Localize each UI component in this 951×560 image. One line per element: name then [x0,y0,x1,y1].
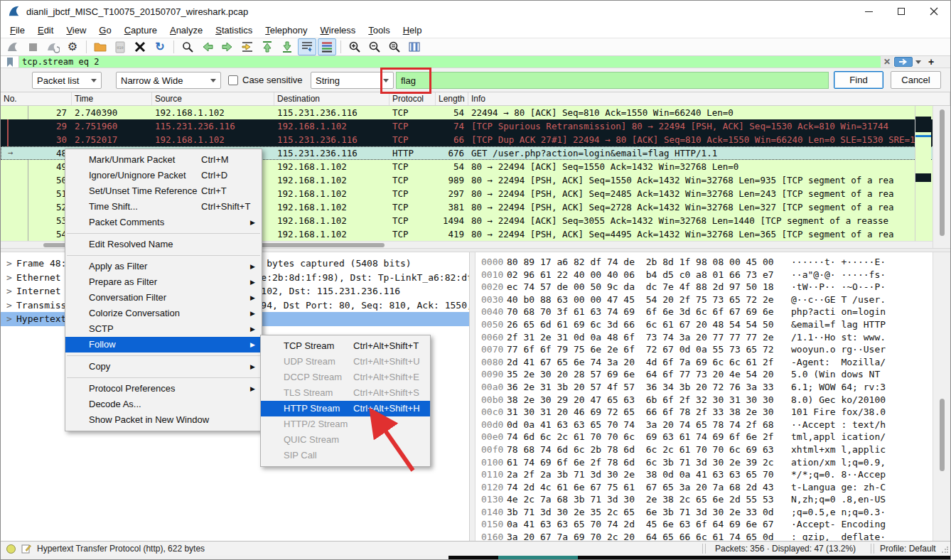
status-profile-text[interactable]: Profile: Default [880,544,936,554]
menu-item-follow[interactable]: Follow▶ [65,337,262,352]
go-last-icon[interactable] [278,38,296,55]
filter-bookmark-icon[interactable] [1,56,19,68]
menubar-item-file[interactable]: File [4,23,31,37]
column-header-no[interactable]: No. [1,92,72,105]
hex-row[interactable]: 01102a 2f 2a 3b 71 3d 30 2e 38 0d 0a 41 … [476,468,950,481]
hex-row[interactable]: 007077 6f 6f 79 75 6e 2e 6f 72 67 0d 0a … [476,343,950,356]
find-query-input[interactable]: flag [396,72,829,89]
hex-row[interactable]: 012074 2d 4c 61 6e 67 75 61 67 65 3a 20 … [476,481,950,494]
menubar-item-go[interactable]: Go [92,23,117,37]
menu-item-set-unset-time-reference[interactable]: Set/Unset Time ReferenceCtrl+T [65,183,262,199]
zoom-reset-icon[interactable] [385,38,404,55]
menubar-item-help[interactable]: Help [397,23,429,37]
go-forward-icon[interactable] [218,38,237,55]
column-header-info[interactable]: Info [468,92,950,105]
menu-item-sctp[interactable]: SCTP▶ [65,321,262,337]
filter-add-button[interactable]: + [923,56,939,68]
hex-row[interactable]: 005026 65 6d 61 69 6c 3d 66 6c 61 67 20 … [476,318,950,331]
menubar-item-view[interactable]: View [60,23,92,37]
packet-row[interactable]: 302.752017192.168.1.102115.231.236.116TC… [1,133,950,146]
menu-item-time-shift[interactable]: Time Shift...Ctrl+Shift+T [65,199,262,215]
filter-apply-button[interactable] [894,57,913,67]
cancel-button[interactable]: Cancel [891,71,941,89]
maximize-button[interactable] [885,1,918,22]
hex-row[interactable]: 00602f 31 2e 31 0d 0a 48 6f 73 74 3a 20 … [476,331,950,344]
go-back-icon[interactable] [198,38,217,55]
submenu-item-tcp-stream[interactable]: TCP StreamCtrl+Alt+Shift+T [261,338,430,354]
find-button[interactable]: Find [834,71,883,89]
column-header-protocol[interactable]: Protocol [389,92,436,105]
zoom-out-icon[interactable] [365,38,384,55]
menubar-item-tools[interactable]: Tools [362,23,396,37]
hex-row[interactable]: 009035 2e 30 20 28 57 69 6e 64 6f 77 73 … [476,368,950,381]
hex-row[interactable]: 01500a 41 63 63 65 70 74 2d 45 6e 63 6f … [476,518,950,531]
open-file-icon[interactable] [91,38,109,55]
chevron-right-icon[interactable]: > [6,312,16,326]
menu-item-packet-comments[interactable]: Packet Comments▶ [65,215,262,230]
capture-options-icon[interactable]: ⚙ [63,38,82,55]
hex-row[interactable]: 0020ec 74 57 de 00 50 9c da dc 7e 4f 88 … [476,281,950,294]
column-header-destination[interactable]: Destination [274,92,389,105]
menubar-item-analyze[interactable]: Analyze [163,23,209,37]
filter-clear-icon[interactable]: ✕ [881,56,893,68]
intelligent-scrollbar-minimap[interactable] [915,106,931,241]
close-button[interactable] [918,1,950,22]
reload-file-icon[interactable]: ↻ [151,38,169,55]
menu-item-copy[interactable]: Copy▶ [65,359,262,375]
capture-comment-icon[interactable] [21,544,31,554]
menu-item-conversation-filter[interactable]: Conversation Filter▶ [65,290,262,306]
hex-row[interactable]: 00d00d 0a 41 63 63 65 70 74 3a 20 74 65 … [476,419,950,431]
menubar-item-wireless[interactable]: Wireless [314,23,362,37]
go-first-icon[interactable] [258,38,276,55]
go-to-packet-icon[interactable] [238,38,257,55]
hex-row[interactable]: 001002 96 61 22 40 00 40 06 b4 d5 c0 a8 … [476,269,950,281]
menubar-item-capture[interactable]: Capture [118,23,163,37]
zoom-in-icon[interactable] [345,38,364,55]
column-header-time[interactable]: Time [72,92,152,105]
find-packet-icon[interactable] [178,38,197,55]
hex-row[interactable]: 00c031 30 31 20 46 69 72 65 66 6f 78 2f … [476,406,950,419]
display-filter-input[interactable]: tcp.stream eq 2 [19,56,881,68]
case-sensitive-checkbox[interactable] [228,75,238,85]
hex-row[interactable]: 00a036 2e 31 3b 20 57 4f 57 36 34 3b 20 … [476,381,950,394]
menu-item-prepare-as-filter[interactable]: Prepare as Filter▶ [65,274,262,290]
capture-restart-icon[interactable] [43,38,62,55]
submenu-item-udp-stream[interactable]: UDP StreamCtrl+Alt+Shift+U [261,354,430,370]
menu-item-colorize-conversation[interactable]: Colorize Conversation▶ [65,306,262,321]
auto-scroll-icon[interactable] [298,38,316,55]
menu-item-ignore-unignore-packet[interactable]: Ignore/Unignore PacketCtrl+D [65,168,262,183]
menubar-item-telephony[interactable]: Telephony [259,23,313,37]
column-header-source[interactable]: Source [152,92,274,105]
vscrollbar-thumb[interactable] [940,109,945,236]
close-file-icon[interactable] [131,38,149,55]
hex-row[interactable]: 010061 74 69 6f 6e 2f 78 6d 6c 3b 71 3d … [476,456,950,469]
hex-row[interactable]: 01603a 20 67 7a 69 70 2c 20 64 65 66 6c … [476,531,950,541]
hex-row[interactable]: 000080 89 17 a6 82 df 74 de 2b 8d 1f 98 … [476,256,950,269]
vscrollbar-thumb[interactable] [940,399,945,471]
find-scope-select[interactable]: Packet list [32,72,102,89]
colorize-icon[interactable] [318,38,336,55]
hex-row[interactable]: 00f078 68 74 6d 6c 2b 78 6d 6c 2c 61 70 … [476,443,950,456]
chevron-right-icon[interactable]: > [6,284,16,298]
expert-info-icon[interactable] [6,544,16,554]
packet-row[interactable]: 292.751960115.231.236.116192.168.1.102TC… [1,119,950,133]
menu-item-protocol-preferences[interactable]: Protocol Preferences▶ [65,381,262,397]
hex-row[interactable]: 004070 68 70 3f 61 63 74 69 6f 6e 3d 6c … [476,306,950,318]
menu-item-decode-as[interactable]: Decode As... [65,397,262,412]
chevron-right-icon[interactable]: > [6,257,16,271]
details-hex-splitter[interactable] [470,252,476,541]
capture-stop-icon[interactable] [23,38,42,55]
chevron-right-icon[interactable]: > [6,298,16,313]
hex-pane-vscrollbar[interactable] [933,252,951,541]
filter-history-dropdown[interactable] [913,56,923,68]
hex-row[interactable]: 003040 b0 88 63 00 00 47 45 54 20 2f 75 … [476,294,950,306]
save-file-icon[interactable]: 010 [111,38,129,55]
menu-item-apply-as-filter[interactable]: Apply as Filter▶ [65,259,262,274]
resize-grip[interactable] [941,546,948,554]
menu-item-show-packet-in-new-window[interactable]: Show Packet in New Window [65,412,262,428]
hex-row[interactable]: 00e074 6d 6c 2c 61 70 70 6c 69 63 61 74 … [476,431,950,443]
submenu-item-dccp-stream[interactable]: DCCP StreamCtrl+Alt+Shift+E [261,370,430,385]
menubar-item-statistics[interactable]: Statistics [209,23,259,37]
menubar-item-edit[interactable]: Edit [31,23,60,37]
hex-row[interactable]: 00b038 2e 30 29 20 47 65 63 6b 6f 2f 32 … [476,394,950,406]
